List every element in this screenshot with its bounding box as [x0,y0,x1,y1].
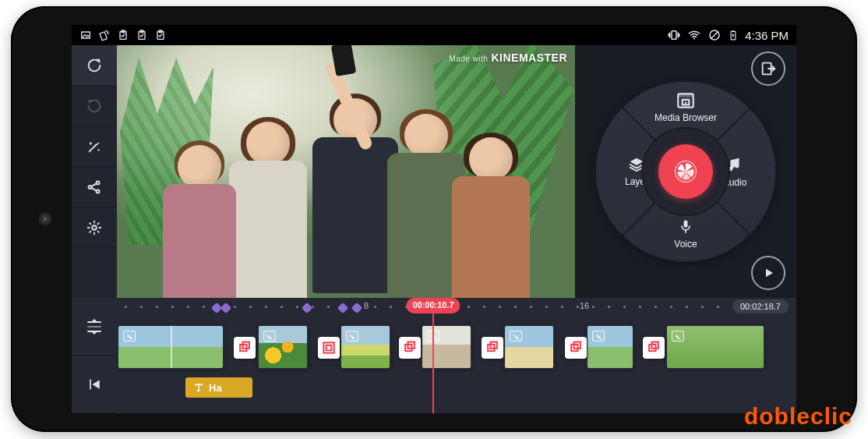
voice-label: Voice [674,239,697,250]
svg-rect-35 [684,221,688,228]
transition-button[interactable] [482,337,503,359]
watermark-brand: KINEMASTER [491,51,567,64]
app: Made withKINEMASTER Medi [72,45,796,413]
text-layer-clip[interactable]: Ha [185,377,252,398]
video-clip[interactable] [340,324,391,370]
video-clip[interactable] [503,324,555,370]
placeholder-icon [510,331,522,342]
record-button[interactable] [658,144,713,199]
jump-to-start-button[interactable] [72,356,117,413]
svg-rect-31 [678,94,693,97]
svg-rect-47 [323,342,333,352]
exit-button[interactable] [751,51,785,86]
device-frame: 4:36 PM [11,6,857,432]
bookmark-marker[interactable] [302,303,312,313]
placeholder-icon [672,331,684,342]
status-time: 4:36 PM [745,29,789,42]
expand-tracks-button[interactable] [72,298,117,356]
svg-marker-19 [732,33,735,38]
placeholder-icon [123,331,136,342]
device-speaker [41,214,50,224]
video-clip[interactable] [257,324,309,370]
svg-rect-18 [732,30,734,31]
video-preview[interactable]: Made withKINEMASTER [117,45,575,298]
undo-button[interactable] [72,45,117,86]
audio-label: Audio [723,177,747,188]
transition-button[interactable] [234,337,256,359]
status-bar: 4:36 PM [72,25,796,45]
svg-marker-33 [685,101,687,104]
transition-button[interactable] [399,337,421,359]
text-layer-label: Ha [209,382,222,394]
rotate-icon [98,29,111,41]
transition-button[interactable] [643,337,665,359]
redo-button [72,86,117,126]
current-time: 00:00:10.7 [406,298,460,313]
settings-button[interactable] [72,207,117,248]
svg-rect-48 [326,345,332,351]
wifi-icon [687,28,701,42]
preview-image [117,45,575,298]
upper-area: Made withKINEMASTER Medi [72,45,796,298]
effects-button[interactable] [72,126,117,167]
clipboard-icon [136,29,148,41]
bookmark-marker[interactable] [221,303,231,313]
ruler-number: 8 [364,301,369,310]
svg-rect-1 [100,32,107,41]
svg-marker-41 [92,332,97,335]
bookmark-marker[interactable] [337,303,348,313]
svg-point-27 [92,225,97,230]
svg-marker-29 [766,269,773,278]
video-clip[interactable] [421,324,472,370]
bookmark-marker[interactable] [351,303,362,313]
video-track[interactable] [117,321,796,373]
screenshot-icon [79,29,92,41]
action-wheel: Media Browser Layer Audio Voice [595,81,776,262]
watermark-prefix: Made with [449,55,488,63]
voice-button[interactable]: Voice [651,217,721,250]
branding-logo: dobleclic [744,403,852,430]
video-clip[interactable] [117,324,224,370]
total-duration: 00:02:18.7 [732,299,789,313]
left-toolbar [72,45,117,298]
placeholder-icon [346,331,358,342]
svg-point-14 [693,37,695,39]
transition-button[interactable] [565,337,587,359]
no-sim-icon [707,28,722,42]
svg-rect-9 [672,31,676,40]
timeline-toolbar [72,298,117,413]
svg-marker-21 [89,99,94,104]
svg-marker-44 [93,380,100,389]
media-browser-button[interactable]: Media Browser [651,92,721,123]
placeholder-icon [263,331,276,342]
watermark: Made withKINEMASTER [449,51,567,64]
share-button[interactable] [72,167,117,207]
clipboard-icon [154,29,167,41]
screen: 4:36 PM [72,25,796,413]
video-clip[interactable] [665,324,765,370]
media-browser-label: Media Browser [655,112,717,123]
play-button[interactable] [751,256,785,290]
placeholder-icon [592,331,605,342]
battery-icon [728,28,739,42]
transition-button[interactable] [318,337,340,359]
playhead[interactable]: 00:00:10.7 [432,298,434,413]
svg-line-16 [711,32,718,39]
vibrate-icon [667,28,681,42]
timeline: 816 00:02:18.7 Ha 00:00:10.7 [72,298,796,413]
svg-marker-40 [92,319,97,321]
right-panel: Media Browser Layer Audio Voice [575,45,796,298]
svg-line-25 [91,183,96,186]
svg-marker-2 [107,33,109,34]
video-clip[interactable] [586,324,634,370]
clipboard-icon [117,29,129,41]
tracks-area[interactable]: 816 00:02:18.7 Ha 00:00:10.7 [117,298,796,413]
svg-marker-34 [630,158,644,165]
svg-line-26 [91,187,96,190]
layer-label: Layer [625,176,648,187]
ruler-number: 16 [580,301,589,310]
